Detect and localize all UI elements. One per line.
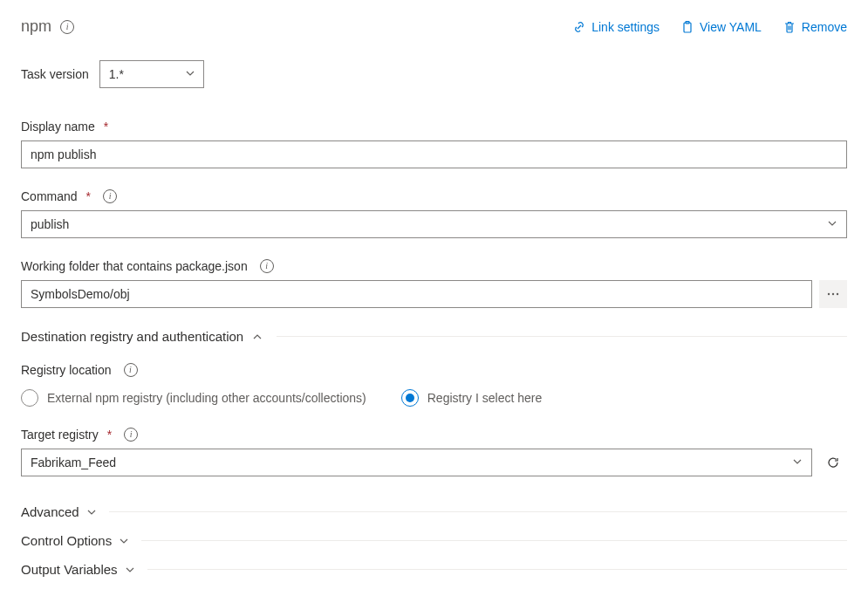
registry-location-label: Registry location [21, 363, 112, 377]
remove-button[interactable]: Remove [783, 20, 847, 34]
section-output-variables-label: Output Variables [21, 562, 118, 577]
info-icon[interactable]: i [260, 259, 274, 273]
remove-label: Remove [802, 20, 847, 34]
radio-external-label: External npm registry (including other a… [47, 391, 366, 405]
section-control-options[interactable]: Control Options [21, 526, 847, 555]
radio-select-here-label: Registry I select here [427, 391, 543, 405]
display-name-input[interactable] [21, 140, 847, 168]
refresh-button[interactable] [819, 449, 847, 476]
section-output-variables[interactable]: Output Variables [21, 555, 847, 584]
chevron-down-icon [792, 456, 803, 467]
task-title: npm [21, 17, 51, 36]
chevron-down-icon [119, 536, 129, 546]
clipboard-icon [680, 20, 694, 34]
view-yaml-label: View YAML [700, 20, 762, 34]
display-name-label: Display name [21, 120, 95, 134]
link-settings-button[interactable]: Link settings [572, 20, 660, 34]
link-settings-label: Link settings [591, 20, 660, 34]
refresh-icon [826, 456, 840, 469]
task-version-label: Task version [21, 67, 89, 81]
target-registry-select[interactable]: Fabrikam_Feed [21, 449, 812, 476]
svg-rect-0 [684, 23, 691, 32]
trash-icon [783, 20, 796, 34]
chevron-up-icon [252, 332, 263, 342]
target-registry-value: Fabrikam_Feed [31, 456, 116, 469]
chevron-down-icon [125, 565, 135, 575]
required-marker: * [104, 120, 108, 134]
section-destination-registry[interactable]: Destination registry and authentication [21, 329, 847, 344]
command-label: Command [21, 189, 78, 203]
info-icon[interactable]: i [60, 20, 74, 34]
section-advanced-label: Advanced [21, 504, 79, 519]
svg-point-3 [832, 293, 834, 295]
info-icon[interactable]: i [124, 428, 138, 442]
info-icon[interactable]: i [103, 189, 117, 203]
required-marker: * [107, 428, 112, 442]
section-control-options-label: Control Options [21, 533, 112, 548]
svg-point-4 [837, 293, 838, 295]
radio-external-registry[interactable]: External npm registry (including other a… [21, 389, 366, 407]
info-icon[interactable]: i [124, 363, 138, 377]
svg-point-2 [828, 293, 830, 295]
working-folder-input[interactable] [21, 280, 812, 308]
view-yaml-button[interactable]: View YAML [680, 20, 762, 34]
task-version-select[interactable]: 1.* [99, 60, 204, 88]
target-registry-label: Target registry [21, 428, 99, 442]
divider [141, 540, 847, 541]
radio-select-here[interactable]: Registry I select here [401, 389, 543, 407]
ellipsis-icon [827, 292, 839, 296]
command-select[interactable]: publish [21, 210, 847, 238]
browse-button[interactable] [819, 280, 847, 308]
required-marker: * [86, 189, 91, 203]
radio-icon [21, 389, 38, 407]
radio-icon-selected [401, 389, 419, 407]
link-icon [572, 20, 586, 34]
section-advanced[interactable]: Advanced [21, 497, 847, 526]
chevron-down-icon [86, 507, 97, 517]
working-folder-label: Working folder that contains package.jso… [21, 259, 248, 273]
divider [277, 336, 847, 337]
section-title: Destination registry and authentication [21, 329, 243, 344]
divider [147, 569, 847, 570]
chevron-down-icon [827, 218, 837, 229]
divider [109, 511, 847, 512]
command-value: publish [31, 217, 69, 231]
task-version-value: 1.* [109, 67, 124, 81]
